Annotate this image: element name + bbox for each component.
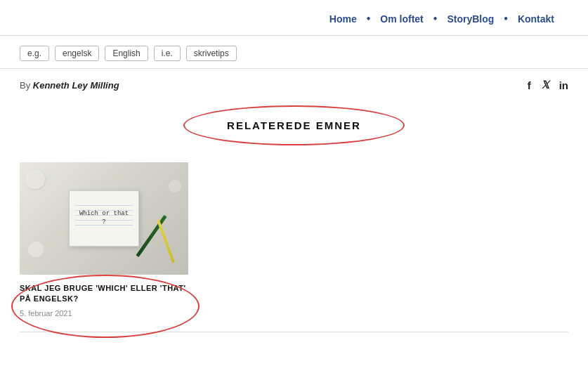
notebook-line	[75, 205, 133, 206]
relaterede-oval: RELATEREDE EMNER	[183, 105, 405, 145]
linkedin-icon[interactable]: in	[559, 79, 568, 91]
author-name: Kenneth Ley Milling	[33, 80, 119, 91]
article-date-1: 5. februar 2021	[20, 309, 188, 318]
nav-om-loftet[interactable]: Om loftet	[374, 13, 429, 25]
twitter-icon[interactable]: 𝕏	[541, 79, 549, 91]
article-title-1: SKAL JEG BRUGE 'WHICH' ELLER 'THAT'PÅ EN…	[20, 280, 188, 306]
main-content: RELATEREDE EMNER	[0, 98, 588, 346]
tag-eg[interactable]: e.g.	[20, 46, 49, 61]
nav-storyblog[interactable]: StoryBlog	[441, 13, 499, 25]
tag-skrivetips[interactable]: skrivetips	[186, 46, 237, 61]
nav-dot-3: •	[504, 13, 508, 25]
facebook-icon[interactable]: f	[528, 79, 531, 91]
nav-dot-1: •	[367, 13, 371, 25]
tag-english[interactable]: English	[105, 46, 148, 61]
author-row: By Kenneth Ley Milling f 𝕏 in	[0, 69, 588, 98]
notebook-text: Which or that?	[79, 210, 129, 226]
nav-kontakt[interactable]: Kontakt	[512, 13, 560, 25]
tag-ie[interactable]: i.e.	[154, 46, 181, 61]
pencil-yellow	[157, 219, 175, 263]
articles-row: Which or that? SKAL JEG BRUGE 'WHICH' EL…	[20, 162, 568, 318]
article-image-1: Which or that?	[20, 162, 188, 275]
relaterede-container: RELATEREDE EMNER	[20, 105, 568, 145]
tag-engelsk[interactable]: engelsk	[55, 46, 99, 61]
nav-home[interactable]: Home	[324, 13, 362, 25]
nav-dot-2: •	[433, 13, 438, 25]
paper-crumple-2	[28, 242, 44, 257]
social-icons: f 𝕏 in	[528, 79, 568, 91]
section-title: RELATEREDE EMNER	[227, 119, 361, 131]
author-prefix: By	[20, 80, 33, 91]
paper-crumple-1	[25, 169, 45, 189]
page-divider	[20, 332, 568, 332]
article-card-1[interactable]: Which or that? SKAL JEG BRUGE 'WHICH' EL…	[20, 162, 188, 318]
paper-crumple-3	[169, 180, 181, 192]
main-nav: Home • Om loftet • StoryBlog • Kontakt	[0, 0, 588, 35]
notebook: Which or that?	[69, 190, 139, 247]
author-text: By Kenneth Ley Milling	[20, 80, 119, 91]
tags-row: e.g. engelsk English i.e. skrivetips	[0, 35, 588, 69]
article-title-area: SKAL JEG BRUGE 'WHICH' ELLER 'THAT'PÅ EN…	[20, 280, 188, 318]
